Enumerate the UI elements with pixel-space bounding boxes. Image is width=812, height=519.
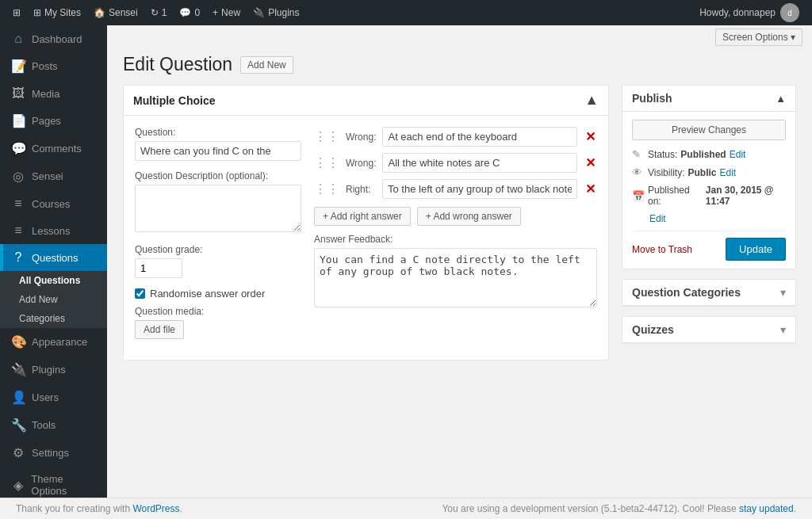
- status-value: Published: [680, 149, 726, 160]
- answer-type-2: Right:: [346, 184, 376, 195]
- sidebar-label-pages: Pages: [32, 115, 61, 127]
- question-categories-header[interactable]: Question Categories ▾: [622, 280, 795, 306]
- answer-feedback-textarea[interactable]: You can find a C note directly to the le…: [314, 248, 597, 307]
- sidebar-item-tools[interactable]: 🔧 Tools: [0, 411, 107, 439]
- sidebar-item-appearance[interactable]: 🎨 Appearance: [0, 328, 107, 356]
- sidebar-item-theme-options[interactable]: ◈ Theme Options: [0, 467, 107, 498]
- sidebar-item-courses[interactable]: ≡ Courses: [0, 190, 107, 217]
- content-area: Screen Options ▾ Edit Question Add New M…: [107, 25, 812, 498]
- admin-bar-comments[interactable]: 💬 0: [173, 0, 206, 25]
- preview-changes-button[interactable]: Preview Changes: [632, 120, 786, 140]
- answer-remove-2[interactable]: ✕: [584, 181, 597, 197]
- drag-handle-0[interactable]: ⋮⋮: [314, 129, 339, 144]
- publish-date-row: 📅 Published on: Jan 30, 2015 @ 11:47: [632, 185, 786, 207]
- media-icon: 🖼: [11, 86, 25, 101]
- randomise-checkbox[interactable]: [135, 288, 145, 299]
- answer-remove-0[interactable]: ✕: [584, 129, 597, 144]
- footer-dev-note: You are using a development version (5.1…: [442, 503, 796, 514]
- add-new-sub-label: Add New: [19, 294, 58, 305]
- admin-bar-sites[interactable]: ⊞ My Sites: [27, 0, 87, 25]
- question-desc-group: Question Description (optional):: [135, 170, 301, 235]
- howdy-text[interactable]: Howdy, donnapep d: [693, 3, 806, 22]
- admin-bar-refresh[interactable]: ↻ 1: [144, 0, 174, 25]
- sidebar-item-plugins[interactable]: 🔌 Plugins: [0, 356, 107, 384]
- plugins-sidebar-icon: 🔌: [11, 362, 25, 377]
- question-input[interactable]: [135, 141, 301, 161]
- admin-bar-new[interactable]: + New: [206, 0, 247, 25]
- admin-bar-plugins[interactable]: 🔌 Plugins: [247, 0, 305, 25]
- publish-toggle-icon[interactable]: ▲: [776, 93, 786, 105]
- tools-icon: 🔧: [11, 418, 25, 433]
- pages-icon: 📄: [11, 113, 25, 128]
- question-desc-textarea[interactable]: [135, 185, 301, 232]
- stay-updated-link[interactable]: stay updated: [739, 503, 794, 514]
- answer-feedback-label: Answer Feedback:: [314, 234, 597, 245]
- quizzes-box: Quizzes ▾: [622, 316, 796, 344]
- status-edit-link[interactable]: Edit: [730, 149, 746, 160]
- question-grade-input[interactable]: [135, 258, 182, 278]
- add-file-button[interactable]: Add file: [135, 320, 184, 339]
- answer-input-0[interactable]: [382, 127, 577, 147]
- new-icon: +: [213, 7, 218, 18]
- admin-bar-wp[interactable]: ⊞: [6, 0, 27, 25]
- answer-type-0: Wrong:: [346, 132, 376, 143]
- postbox-toggle-icon[interactable]: ▲: [584, 92, 599, 109]
- sidebar-item-categories[interactable]: Categories: [11, 309, 107, 328]
- sidebar-label-questions: Questions: [32, 252, 79, 264]
- screen-options-button[interactable]: Screen Options ▾: [715, 29, 802, 46]
- add-new-button[interactable]: Add New: [240, 56, 293, 74]
- sidebar-item-questions[interactable]: ? Questions: [0, 244, 107, 271]
- drag-handle-2[interactable]: ⋮⋮: [314, 181, 339, 197]
- answer-type-1: Wrong:: [346, 158, 376, 169]
- update-button[interactable]: Update: [726, 238, 786, 261]
- sidebar-item-add-new[interactable]: Add New: [11, 290, 107, 309]
- postbox-header[interactable]: Multiple Choice ▲: [124, 86, 608, 116]
- answer-remove-1[interactable]: ✕: [584, 155, 597, 170]
- sidebar-label-posts: Posts: [32, 60, 58, 72]
- add-wrong-answer-button[interactable]: + Add wrong answer: [417, 207, 521, 226]
- question-media-group: Question media: Add file: [135, 306, 301, 339]
- question-right: ⋮⋮ Wrong: ✕ ⋮⋮ Wrong:: [314, 127, 597, 349]
- answer-input-2[interactable]: [382, 179, 577, 199]
- answer-input-1[interactable]: [382, 153, 577, 173]
- visibility-edit-link[interactable]: Edit: [719, 167, 736, 178]
- theme-options-icon: ◈: [11, 478, 25, 493]
- all-questions-label: All Questions: [19, 275, 80, 286]
- appearance-icon: 🎨: [11, 334, 25, 349]
- sidebar-item-users[interactable]: 👤 Users: [0, 384, 107, 411]
- question-categories-arrow[interactable]: ▾: [780, 286, 786, 299]
- quizzes-arrow[interactable]: ▾: [780, 323, 786, 336]
- published-value: Jan 30, 2015 @ 11:47: [706, 185, 786, 207]
- publish-status-row: ✎ Status: Published Edit: [632, 148, 786, 160]
- drag-handle-1[interactable]: ⋮⋮: [314, 155, 339, 170]
- sidebar-label-dashboard: Dashboard: [32, 33, 82, 45]
- sensei-label: Sensei: [109, 7, 138, 18]
- sidebar-item-media[interactable]: 🖼 Media: [0, 80, 107, 107]
- sidebar-item-comments[interactable]: 💬 Comments: [0, 135, 107, 162]
- postbox-main: Multiple Choice ▲ Question:: [123, 85, 609, 370]
- published-edit-link[interactable]: Edit: [649, 213, 666, 224]
- admin-bar-sensei[interactable]: 🏠 Sensei: [87, 0, 144, 25]
- sidebar-item-settings[interactable]: ⚙ Settings: [0, 439, 107, 467]
- wp-logo-icon: ⊞: [13, 7, 21, 18]
- question-media-label: Question media:: [135, 306, 301, 317]
- sites-label: My Sites: [44, 7, 81, 18]
- publish-header[interactable]: Publish ▲: [622, 86, 795, 112]
- move-to-trash-link[interactable]: Move to Trash: [632, 244, 692, 255]
- sidebar-item-posts[interactable]: 📝 Posts: [0, 52, 107, 80]
- wordpress-link[interactable]: WordPress: [132, 503, 179, 514]
- page-title-row: Edit Question Add New: [123, 54, 796, 75]
- publish-date-edit-row: Edit: [632, 213, 786, 224]
- quizzes-header[interactable]: Quizzes ▾: [622, 317, 795, 343]
- sidebar-item-lessons[interactable]: ≡ Lessons: [0, 217, 107, 244]
- sidebar-item-sensei[interactable]: ◎ Sensei: [0, 162, 107, 190]
- plugins-icon: 🔌: [253, 7, 265, 18]
- courses-icon: ≡: [11, 197, 25, 211]
- add-right-answer-button[interactable]: + Add right answer: [314, 207, 411, 226]
- sidebar-item-all-questions[interactable]: All Questions: [11, 271, 107, 290]
- answer-row-2: ⋮⋮ Right: ✕: [314, 179, 597, 199]
- sidebar-item-pages[interactable]: 📄 Pages: [0, 107, 107, 135]
- sensei-sidebar-icon: ◎: [11, 169, 25, 184]
- visibility-icon: 👁: [632, 166, 645, 178]
- sidebar-item-dashboard[interactable]: ⌂ Dashboard: [0, 25, 107, 52]
